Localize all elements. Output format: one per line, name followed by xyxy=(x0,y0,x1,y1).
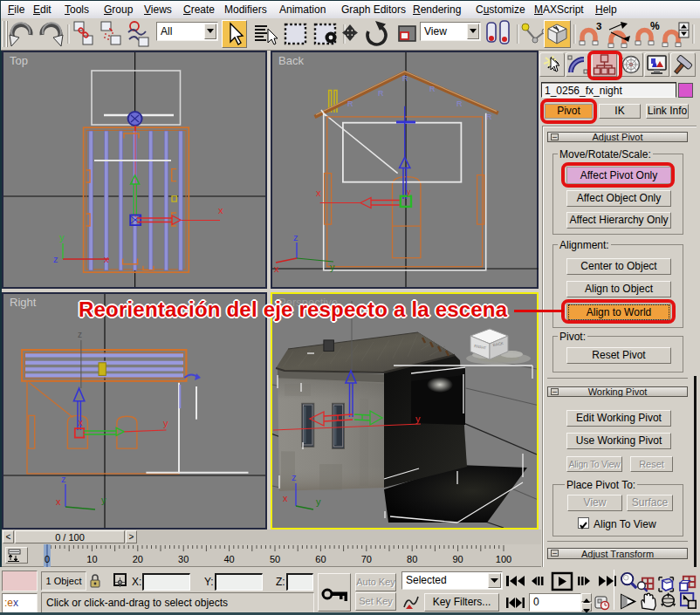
svg-text:x: x xyxy=(104,254,109,264)
svg-text:z: z xyxy=(53,254,58,264)
svg-text:x: x xyxy=(56,496,61,507)
svg-text:10: 10 xyxy=(86,554,97,564)
svg-text:60: 60 xyxy=(315,554,326,564)
svg-text:x: x xyxy=(79,418,83,427)
svg-text:R: R xyxy=(347,99,353,108)
svg-text:70: 70 xyxy=(361,554,372,564)
svg-text:20: 20 xyxy=(133,554,143,564)
svg-text:z: z xyxy=(293,232,299,243)
svg-text:30: 30 xyxy=(178,554,189,564)
svg-text:R: R xyxy=(486,113,492,121)
svg-text:z: z xyxy=(292,472,297,482)
svg-text:y: y xyxy=(330,262,335,272)
svg-text:80: 80 xyxy=(407,554,417,564)
svg-text:%: % xyxy=(650,20,660,32)
svg-text:0: 0 xyxy=(45,554,50,564)
svg-text:R: R xyxy=(402,74,408,83)
svg-text:x: x xyxy=(274,263,279,274)
svg-text:40: 40 xyxy=(223,554,234,564)
svg-text:y: y xyxy=(59,232,65,243)
svg-text:z: z xyxy=(78,330,82,339)
svg-text:y: y xyxy=(316,496,321,507)
svg-text:3: 3 xyxy=(596,21,601,31)
svg-text:90: 90 xyxy=(452,554,463,564)
svg-text:R: R xyxy=(429,85,436,93)
svg-text:y: y xyxy=(101,495,106,505)
svg-text:x: x xyxy=(316,188,321,198)
svg-text:100: 100 xyxy=(496,554,511,564)
svg-text:y: y xyxy=(163,418,168,428)
svg-text:x: x xyxy=(218,205,223,215)
svg-text:R: R xyxy=(378,89,384,98)
svg-text:y: y xyxy=(415,413,421,424)
svg-text:z: z xyxy=(61,474,66,484)
svg-text:R: R xyxy=(456,99,463,108)
svg-text:x: x xyxy=(283,493,288,503)
svg-text:50: 50 xyxy=(270,554,280,564)
svg-text:y: y xyxy=(407,188,411,196)
